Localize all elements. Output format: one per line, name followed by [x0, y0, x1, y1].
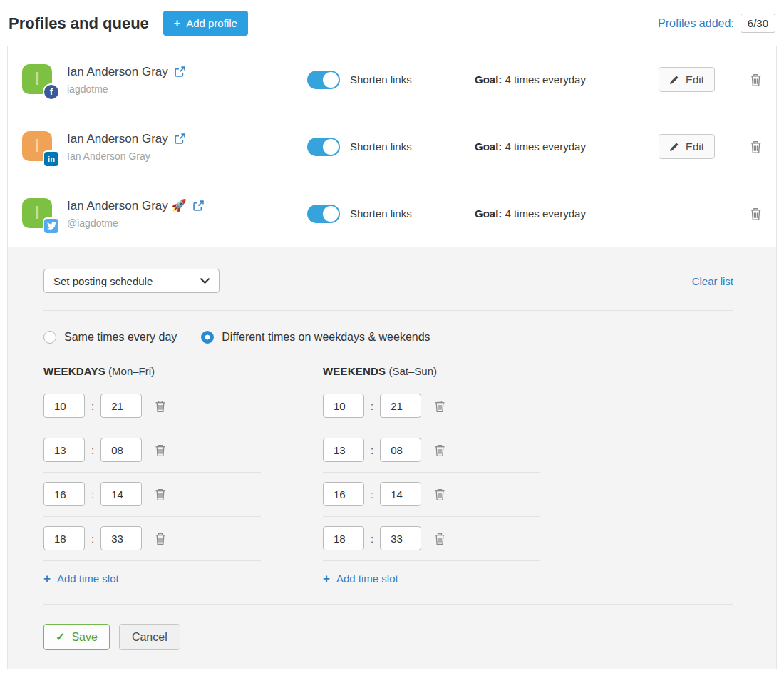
time-separator: : [371, 400, 373, 412]
save-button[interactable]: ✓ Save [43, 624, 110, 650]
divider [43, 604, 733, 605]
shorten-links-toggle[interactable] [307, 71, 340, 89]
trash-icon [155, 532, 166, 545]
time-separator: : [371, 488, 373, 500]
minute-input[interactable] [380, 526, 421, 550]
plus-icon: + [43, 572, 51, 585]
time-separator: : [371, 533, 373, 545]
time-slot-row: : [323, 517, 540, 561]
add-profile-label: Add profile [186, 17, 237, 29]
time-separator: : [91, 488, 94, 500]
edit-button[interactable]: Edit [659, 67, 715, 92]
cancel-button[interactable]: Cancel [119, 624, 180, 650]
external-link-icon[interactable] [175, 66, 185, 77]
shorten-links-label: Shorten links [350, 73, 412, 86]
hour-input[interactable] [323, 482, 364, 506]
delete-slot-button[interactable] [155, 532, 166, 545]
hour-input[interactable] [323, 394, 364, 418]
posting-schedule-select[interactable]: Set posting schedule [43, 269, 220, 293]
linkedin-icon: in [43, 150, 60, 168]
delete-profile-button[interactable] [750, 207, 762, 221]
add-time-slot-button[interactable]: + Add time slot [323, 572, 398, 585]
edit-label: Edit [686, 140, 704, 153]
avatar: I [22, 198, 53, 230]
delete-slot-button[interactable] [155, 399, 166, 413]
column-subtitle: (Sat–Sun) [388, 365, 437, 377]
clear-list-link[interactable]: Clear list [692, 275, 733, 287]
plus-icon: + [323, 572, 330, 585]
minute-input[interactable] [380, 482, 421, 506]
add-profile-button[interactable]: + Add profile [163, 11, 248, 36]
minute-input[interactable] [380, 438, 421, 462]
trash-icon [155, 399, 166, 413]
profile-name: Ian Anderson Gray [67, 65, 168, 79]
add-time-slot-button[interactable]: + Add time slot [43, 572, 119, 585]
trash-icon [750, 207, 762, 221]
profile-row: I Ian Anderson Gray 🚀 @iagdotme [8, 180, 776, 247]
time-slot-row: : [323, 428, 540, 473]
shorten-links-label: Shorten links [350, 207, 412, 220]
delete-slot-button[interactable] [155, 488, 166, 501]
delete-profile-button[interactable] [750, 140, 762, 154]
time-separator: : [91, 444, 94, 456]
pencil-icon [669, 75, 679, 85]
minute-input[interactable] [100, 394, 142, 418]
posting-schedule-value: Set posting schedule [53, 275, 153, 287]
profile-identity: I in Ian Anderson Gray Ian Anderson Gray [22, 131, 307, 163]
edit-button[interactable]: Edit [659, 134, 715, 159]
profile-identity: I f Ian Anderson Gray iagdotme [22, 64, 307, 96]
time-slot-row: : [43, 384, 261, 428]
column-title: WEEKENDS [323, 365, 386, 377]
slot-list: : : : [43, 384, 323, 561]
profile-identity: I Ian Anderson Gray 🚀 @iagdotme [22, 198, 307, 230]
hour-input[interactable] [43, 394, 85, 418]
trash-icon [434, 399, 445, 413]
goal-label: Goal: [475, 207, 502, 220]
profile-handle: Ian Anderson Gray [67, 150, 185, 162]
avatar: I in [22, 131, 53, 163]
page-header: Profiles and queue + Add profile Profile… [0, 0, 784, 46]
hour-input[interactable] [43, 526, 85, 550]
external-link-icon[interactable] [193, 200, 204, 211]
delete-slot-button[interactable] [155, 443, 166, 457]
profile-handle: @iagdotme [67, 217, 204, 229]
hour-input[interactable] [323, 438, 364, 462]
external-link-icon[interactable] [175, 133, 185, 144]
twitter-icon [43, 217, 60, 235]
time-separator: : [371, 444, 373, 456]
delete-slot-button[interactable] [434, 443, 445, 457]
radio-same-times[interactable]: Same times every day [43, 331, 177, 344]
column-subtitle: (Mon–Fri) [108, 365, 155, 377]
delete-slot-button[interactable] [434, 488, 445, 501]
add-time-slot-label: Add time slot [57, 572, 119, 585]
profile-row: I in Ian Anderson Gray Ian Anderson Gray [8, 113, 776, 180]
profiles-added-count: 6/30 [741, 14, 775, 33]
minute-input[interactable] [100, 526, 142, 550]
hour-input[interactable] [43, 482, 85, 506]
toggle-knob [323, 206, 339, 222]
delete-slot-button[interactable] [434, 399, 445, 413]
shorten-links-toggle[interactable] [307, 205, 340, 223]
trash-icon [155, 488, 166, 501]
trash-icon [750, 140, 762, 154]
divider [43, 310, 733, 311]
delete-slot-button[interactable] [434, 532, 445, 545]
chevron-down-icon [200, 278, 210, 284]
minute-input[interactable] [100, 482, 142, 506]
profile-handle: iagdotme [67, 83, 185, 95]
hour-input[interactable] [323, 526, 364, 550]
delete-profile-button[interactable] [750, 73, 762, 87]
time-separator: : [91, 533, 94, 545]
minute-input[interactable] [380, 394, 421, 418]
page-title: Profiles and queue [9, 14, 149, 33]
shorten-links-toggle[interactable] [307, 138, 340, 156]
radio-different-times[interactable]: Different times on weekdays & weekends [201, 331, 430, 344]
time-separator: : [91, 400, 94, 412]
edit-label: Edit [686, 73, 704, 86]
facebook-icon: f [43, 83, 60, 101]
avatar: I f [22, 64, 53, 96]
hour-input[interactable] [43, 438, 85, 462]
minute-input[interactable] [100, 438, 142, 462]
goal-label: Goal: [475, 73, 502, 86]
add-time-slot-label: Add time slot [336, 572, 398, 585]
